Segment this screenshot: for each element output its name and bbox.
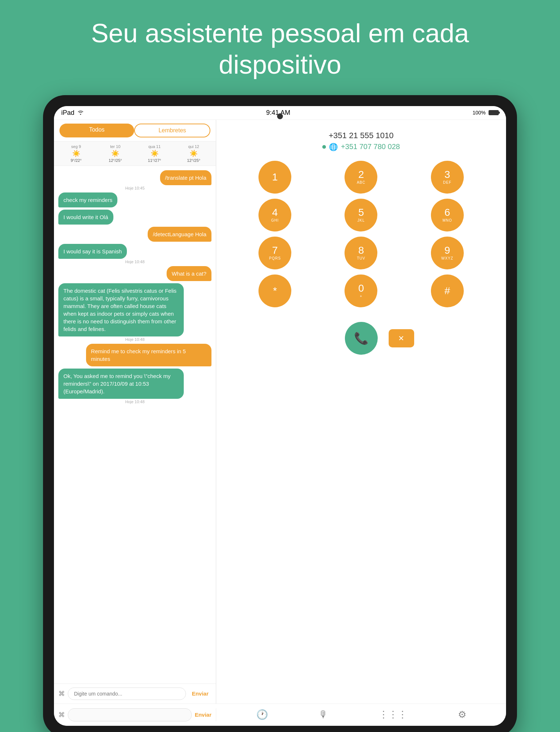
backspace-icon: ✕: [398, 334, 404, 343]
dialer-actions: 📞 ✕: [223, 318, 499, 358]
dial-button-7[interactable]: 7PQRS: [258, 237, 291, 269]
dial-digit: 9: [444, 245, 450, 256]
dial-digit: 3: [444, 170, 450, 180]
message-bubble: I would write it Olá: [58, 210, 113, 225]
dial-digit: 8: [358, 245, 364, 256]
dial-button-5[interactable]: 5JKL: [345, 199, 377, 231]
dial-button-#[interactable]: #: [431, 274, 464, 307]
message-row: Remind me to check my reminders in 5 min…: [58, 344, 211, 366]
weather-day-3: qui 12 ☀️ 12°/25°: [176, 144, 212, 163]
status-right: 100%: [472, 110, 499, 116]
weather-icon-2: ☀️: [137, 149, 172, 157]
bottom-input-display: [68, 708, 192, 721]
message-row: I would say it is SpanishHoje 10:48: [58, 244, 211, 264]
camera: [277, 113, 283, 119]
send-button[interactable]: Enviar: [189, 689, 211, 698]
dial-button-2[interactable]: 2ABC: [345, 161, 377, 194]
secondary-number-text: +351 707 780 028: [341, 143, 400, 151]
header-title: Seu assistente pessoal em cada dispositi…: [36, 17, 524, 81]
dial-digit: 1: [272, 172, 278, 182]
phone-display: +351 21 555 1010 🌐 +351 707 780 028: [223, 127, 499, 157]
message-row: /translate pt HolaHoje 10:45: [58, 170, 211, 190]
weather-temp-0: 9°/22°: [58, 158, 94, 163]
tabs: Todos Lembretes: [54, 120, 216, 141]
weather-day-0: seg 9 ☀️ 9°/22°: [58, 144, 94, 163]
tab-todos[interactable]: Todos: [59, 124, 134, 137]
message-bubble: I would say it is Spanish: [58, 244, 127, 259]
message-bubble: Ok, You asked me to remind you \"check m…: [58, 369, 184, 399]
dial-letters: MNO: [443, 218, 452, 222]
dial-letters: GHI: [271, 218, 279, 222]
dial-letters: DEF: [443, 180, 451, 184]
dial-digit: 0: [358, 283, 364, 293]
command-icon: ⌘: [58, 690, 65, 698]
dial-button-6[interactable]: 6MNO: [431, 199, 464, 231]
message-row: The domestic cat (Felis silvestris catus…: [58, 283, 211, 342]
dial-digit: 4: [272, 207, 278, 218]
weather-day-name-1: ter 10: [98, 144, 133, 149]
weather-day-name-3: qui 12: [176, 144, 212, 149]
message-bubble: What is a cat?: [167, 266, 211, 281]
weather-temp-2: 11°/27°: [137, 158, 172, 163]
phone-number-secondary: 🌐 +351 707 780 028: [223, 143, 499, 151]
dial-digit: 7: [272, 245, 278, 256]
dial-digit: 5: [358, 207, 364, 218]
bottom-send-label[interactable]: Enviar: [195, 712, 211, 718]
message-row: What is a cat?: [58, 266, 211, 281]
delete-button[interactable]: ✕: [389, 329, 414, 347]
chat-messages: /translate pt HolaHoje 10:45check my rem…: [54, 166, 216, 684]
weather-day-1: ter 10 ☀️ 12°/25°: [98, 144, 133, 163]
dialer-panel: +351 21 555 1010 🌐 +351 707 780 028 12AB…: [216, 120, 506, 704]
tablet-frame: iPad 9:41 AM 100%: [43, 95, 517, 732]
dial-button-8[interactable]: 8TUV: [345, 237, 377, 269]
bottom-nav-icons: 🕐 🎙 ⋮⋮⋮ ⚙: [216, 708, 506, 721]
dial-button-9[interactable]: 9WXYZ: [431, 237, 464, 269]
weather-icon-0: ☀️: [58, 149, 94, 157]
dial-button-4[interactable]: 4GHI: [258, 199, 291, 231]
message-bubble: /translate pt Hola: [160, 170, 211, 185]
weather-day-name-2: qua 11: [137, 144, 172, 149]
message-timestamp: Hoje 10:45: [58, 186, 211, 190]
bottom-left-area: ⌘ Enviar: [54, 708, 216, 721]
grid-icon[interactable]: ⋮⋮⋮: [379, 709, 407, 720]
weather-icon-3: ☀️: [176, 149, 212, 157]
message-timestamp: Hoje 10:48: [58, 260, 211, 264]
message-row: check my reminders: [58, 192, 211, 207]
dial-digit: 2: [358, 170, 364, 180]
dial-button-1[interactable]: 1: [258, 161, 291, 194]
chat-panel: Todos Lembretes seg 9 ☀️ 9°/22° ter 10 ☀…: [54, 120, 216, 704]
weather-strip: seg 9 ☀️ 9°/22° ter 10 ☀️ 12°/25° qua 11…: [54, 141, 216, 166]
dial-letters: WXYZ: [441, 256, 453, 260]
tab-lembretes[interactable]: Lembretes: [134, 124, 210, 137]
message-row: /detectLanguage Hola: [58, 227, 211, 242]
dial-button-0[interactable]: 0+: [345, 274, 377, 307]
weather-temp-1: 12°/25°: [98, 158, 133, 163]
microphone-icon[interactable]: 🎙: [319, 709, 328, 720]
message-bubble: Remind me to check my reminders in 5 min…: [86, 344, 211, 366]
dial-digit: *: [273, 286, 277, 296]
dial-letters: TUV: [357, 256, 365, 260]
weather-icon-1: ☀️: [98, 149, 133, 157]
dial-digit: #: [444, 286, 450, 296]
device-name: iPad: [61, 109, 74, 117]
dial-button-*[interactable]: *: [258, 274, 291, 307]
wifi-icon: [77, 109, 84, 117]
gear-icon[interactable]: ⚙: [458, 709, 466, 720]
bottom-cmd-icon: ⌘: [58, 711, 65, 719]
call-button[interactable]: 📞: [345, 322, 378, 355]
dialer-grid: 12ABC3DEF4GHI5JKL6MNO7PQRS8TUV9WXYZ*0+#: [223, 157, 499, 311]
dial-digit: 6: [444, 207, 450, 218]
phone-number-main: +351 21 555 1010: [223, 131, 499, 140]
battery-icon: [489, 110, 499, 115]
status-left: iPad: [61, 109, 84, 117]
dial-button-3[interactable]: 3DEF: [431, 161, 464, 194]
dial-letters: PQRS: [269, 256, 281, 260]
bottom-bar: ⌘ Enviar 🕐 🎙 ⋮⋮⋮ ⚙: [54, 704, 506, 726]
dial-letters: +: [360, 294, 362, 298]
weather-temp-3: 12°/25°: [176, 158, 212, 163]
message-bubble: The domestic cat (Felis silvestris catus…: [58, 283, 184, 336]
clock-icon[interactable]: 🕐: [256, 709, 268, 720]
online-indicator: [322, 145, 326, 149]
chat-input[interactable]: [68, 688, 186, 700]
battery-percent: 100%: [472, 110, 486, 116]
